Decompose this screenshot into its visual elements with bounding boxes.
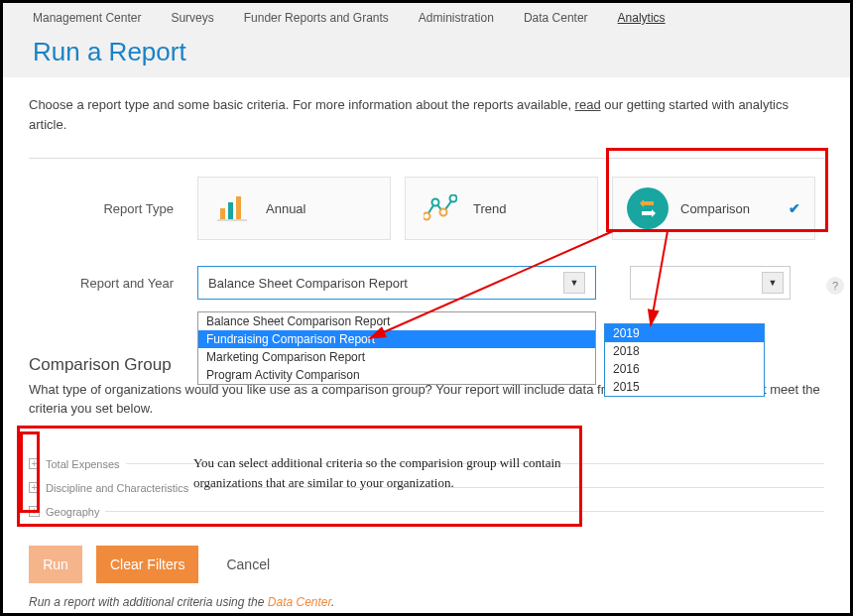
report-year-row: Report and Year Balance Sheet Comparison…: [29, 266, 824, 300]
swap-arrows-icon: [627, 187, 669, 229]
intro-text: Choose a report type and some basic crit…: [29, 95, 824, 134]
report-option-1[interactable]: Fundraising Comparison Report: [198, 330, 595, 348]
year-option-2[interactable]: 2016: [605, 360, 764, 378]
card-annual[interactable]: Annual: [197, 177, 391, 240]
footer-text-a: Run a report with additional criteria us…: [29, 595, 268, 609]
svg-rect-2: [236, 196, 241, 219]
card-trend[interactable]: Trend: [405, 177, 598, 240]
top-nav: Management Center Surveys Funder Reports…: [3, 3, 850, 29]
card-comparison-label: Comparison: [680, 201, 750, 216]
svg-point-4: [424, 213, 430, 220]
report-option-3[interactable]: Program Activity Comparison: [198, 366, 595, 384]
expand-icon[interactable]: +: [29, 506, 40, 517]
year-dropdown-list: 2019 2018 2016 2015: [604, 323, 765, 397]
report-dropdown-list: Balance Sheet Comparison Report Fundrais…: [197, 311, 596, 385]
run-button[interactable]: Run: [29, 546, 82, 583]
year-option-1[interactable]: 2018: [605, 342, 764, 360]
check-icon: ✔: [789, 200, 800, 216]
chevron-down-icon[interactable]: ▼: [563, 272, 585, 294]
clear-filters-button[interactable]: Clear Filters: [96, 546, 198, 583]
nav-item-management-center[interactable]: Management Center: [33, 11, 141, 25]
report-select-value: Balance Sheet Comparison Report: [208, 276, 408, 291]
svg-rect-1: [228, 202, 233, 219]
year-select[interactable]: ▼: [630, 266, 791, 300]
footer-note: Run a report with additional criteria us…: [29, 595, 824, 609]
footer-text-b: .: [331, 595, 334, 609]
nav-item-analytics[interactable]: Analytics: [618, 11, 666, 25]
bar-chart-icon: [212, 187, 254, 229]
report-type-cards: Annual Trend: [197, 177, 824, 240]
nav-item-administration[interactable]: Administration: [419, 11, 494, 25]
report-type-label: Report Type: [29, 201, 197, 216]
card-comparison[interactable]: Comparison ✔: [612, 177, 815, 240]
header-bar: Management Center Surveys Funder Reports…: [3, 3, 850, 77]
report-option-0[interactable]: Balance Sheet Comparison Report: [198, 312, 595, 330]
report-select[interactable]: Balance Sheet Comparison Report ▼: [197, 266, 596, 300]
help-icon[interactable]: ?: [826, 277, 844, 295]
annotation-text: You can select additional criteria so th…: [193, 453, 570, 492]
report-option-2[interactable]: Marketing Comparison Report: [198, 348, 595, 366]
criteria-row-geography: + Geography: [29, 496, 824, 520]
report-select-wrap: Balance Sheet Comparison Report ▼ Balanc…: [197, 266, 596, 300]
criteria-divider: [105, 511, 824, 512]
year-option-3[interactable]: 2015: [605, 378, 764, 396]
chevron-down-icon[interactable]: ▼: [762, 272, 784, 294]
svg-point-7: [450, 195, 457, 202]
criteria-label[interactable]: Discipline and Characteristics: [46, 482, 188, 494]
cancel-button[interactable]: Cancel: [212, 546, 284, 583]
card-trend-label: Trend: [473, 201, 506, 216]
trend-line-icon: [420, 187, 461, 229]
intro-part-a: Choose a report type and some basic crit…: [29, 97, 575, 112]
data-center-link[interactable]: Data Center: [268, 595, 331, 609]
expand-icon[interactable]: +: [29, 458, 40, 469]
svg-point-5: [432, 199, 439, 206]
criteria-label[interactable]: Total Expenses: [46, 458, 120, 470]
report-type-row: Report Type Annual: [29, 177, 824, 240]
criteria-label[interactable]: Geography: [46, 506, 99, 518]
svg-rect-0: [220, 208, 225, 219]
nav-item-data-center[interactable]: Data Center: [524, 11, 588, 25]
expand-icon[interactable]: +: [29, 482, 40, 493]
nav-item-surveys[interactable]: Surveys: [171, 11, 213, 25]
year-option-0[interactable]: 2019: [605, 324, 764, 342]
report-year-label: Report and Year: [29, 276, 197, 291]
action-buttons: Run Clear Filters Cancel: [29, 546, 824, 583]
read-link[interactable]: read: [575, 97, 601, 112]
card-annual-label: Annual: [266, 201, 305, 216]
svg-point-6: [440, 209, 447, 216]
page-title: Run a Report: [3, 29, 850, 67]
nav-item-funder-reports[interactable]: Funder Reports and Grants: [244, 11, 389, 25]
divider: [29, 158, 824, 159]
